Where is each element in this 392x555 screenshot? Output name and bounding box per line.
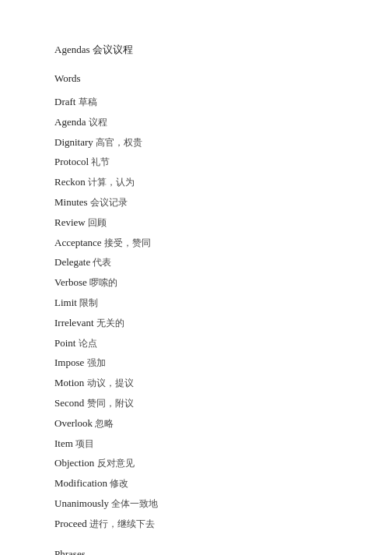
word-english: Verbose	[54, 276, 87, 288]
word-item: Verbose 啰嗦的	[54, 275, 338, 291]
word-chinese: 接受，赞同	[104, 237, 151, 248]
word-chinese: 修改	[110, 478, 128, 489]
word-item: Modification 修改	[54, 476, 338, 492]
word-english: Irrelevant	[54, 317, 94, 328]
word-english: Modification	[54, 477, 107, 489]
word-chinese: 高官，权贵	[96, 137, 142, 148]
word-item: Irrelevant 无关的	[54, 315, 338, 332]
word-english: Second	[54, 397, 84, 409]
word-chinese: 无关的	[96, 318, 124, 328]
word-english: Limit	[54, 297, 77, 308]
word-chinese: 项目	[75, 438, 94, 449]
words-list: Draft 草稿Agenda 议程Dignitary 高官，权贵Protocol…	[54, 94, 338, 532]
word-chinese: 草稿	[79, 97, 97, 107]
word-item: Protocol 礼节	[54, 154, 338, 170]
word-english: Delegate	[54, 256, 90, 268]
word-item: Item 项目	[54, 436, 338, 452]
word-item: Unanimously 全体一致地	[54, 496, 338, 512]
word-item: Agenda 议程	[54, 114, 338, 131]
word-chinese: 忽略	[95, 418, 114, 429]
word-english: Review	[54, 216, 86, 228]
word-item: Reckon 计算，认为	[54, 174, 338, 191]
word-chinese: 回顾	[88, 217, 107, 228]
word-item: Draft 草稿	[54, 94, 338, 111]
header-section: Agendas 会议议程	[54, 43, 338, 57]
word-english: Acceptance	[54, 237, 102, 248]
page-container: Agendas 会议议程 Words Draft 草稿Agenda 议程Dign…	[54, 43, 338, 555]
word-item: Review 回顾	[54, 215, 338, 231]
word-chinese: 限制	[79, 297, 98, 308]
word-chinese: 动议，提议	[87, 378, 134, 388]
word-chinese: 啰嗦的	[89, 277, 117, 288]
word-chinese: 代表	[93, 257, 111, 268]
word-english: Agenda	[54, 116, 86, 128]
words-label: Words	[54, 72, 338, 85]
word-item: Limit 限制	[54, 295, 338, 311]
word-english: Objection	[54, 457, 94, 469]
phrases-section: Phrases Opening exercises 开幕典礼Put togeth…	[54, 548, 338, 555]
word-english: Minutes	[54, 196, 88, 208]
word-english: Unanimously	[54, 497, 109, 509]
word-english: Protocol	[54, 156, 89, 167]
word-english: Overlook	[54, 417, 93, 429]
word-item: Point 论点	[54, 335, 338, 352]
phrases-label: Phrases	[54, 548, 338, 555]
word-chinese: 计算，认为	[88, 177, 135, 188]
word-english: Item	[54, 437, 73, 449]
word-english: Dignitary	[54, 136, 93, 148]
word-item: Delegate 代表	[54, 255, 338, 271]
word-english: Draft	[54, 96, 75, 107]
word-item: Proceed 进行，继续下去	[54, 516, 338, 532]
word-english: Point	[54, 337, 75, 349]
word-chinese: 进行，继续下去	[89, 518, 155, 529]
word-chinese: 会议记录	[90, 197, 128, 208]
word-chinese: 强加	[87, 357, 106, 368]
word-item: Overlook 忽略	[54, 416, 338, 432]
word-item: Minutes 会议记录	[54, 195, 338, 211]
word-english: Motion	[54, 377, 84, 388]
word-item: Objection 反对意见	[54, 455, 338, 472]
word-item: Impose 强加	[54, 355, 338, 371]
word-english: Reckon	[54, 176, 86, 188]
word-chinese: 反对意见	[97, 458, 135, 469]
word-chinese: 赞同，附议	[87, 398, 134, 409]
word-chinese: 论点	[79, 338, 97, 349]
word-item: Motion 动议，提议	[54, 375, 338, 392]
word-chinese: 全体一致地	[111, 498, 158, 509]
words-section: Words Draft 草稿Agenda 议程Dignitary 高官，权贵Pr…	[54, 72, 338, 532]
page-title: Agendas 会议议程	[54, 43, 338, 57]
word-item: Second 赞同，附议	[54, 395, 338, 412]
word-chinese: 议程	[89, 117, 107, 128]
word-english: Proceed	[54, 518, 87, 529]
word-english: Impose	[54, 357, 84, 368]
word-chinese: 礼节	[91, 156, 110, 167]
word-item: Acceptance 接受，赞同	[54, 235, 338, 251]
word-item: Dignitary 高官，权贵	[54, 135, 338, 151]
